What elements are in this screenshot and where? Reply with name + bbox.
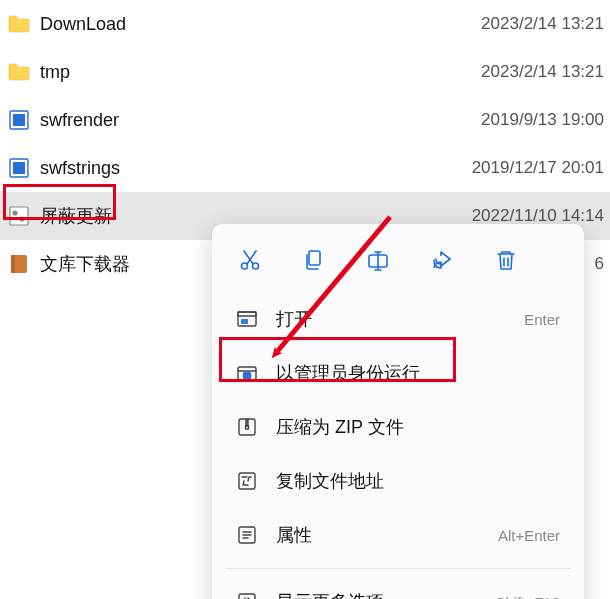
menu-item-label: 属性: [276, 523, 312, 547]
props-icon: [236, 524, 258, 546]
file-date-label: 2023/2/14 13:21: [481, 14, 610, 34]
menu-item-label: 压缩为 ZIP 文件: [276, 415, 404, 439]
context-toolbar: [218, 236, 578, 292]
menu-item-label: 复制文件地址: [276, 469, 384, 493]
svg-rect-1: [13, 114, 25, 126]
properties-menu-item[interactable]: 属性Alt+Enter: [218, 508, 578, 562]
svg-rect-4: [10, 207, 28, 225]
file-name-label: 文库下载器: [40, 252, 130, 276]
zip-icon: [236, 416, 258, 438]
copy-button[interactable]: [296, 242, 332, 278]
menu-item-accel: Enter: [524, 311, 560, 328]
svg-rect-15: [241, 319, 248, 324]
file-date-label: 2019/12/17 20:01: [472, 158, 610, 178]
show-more-options-label: 显示更多选项: [276, 590, 384, 599]
svg-rect-11: [309, 251, 320, 265]
file-name-label: DownLoad: [40, 14, 126, 35]
menu-item-label: 以管理员身份运行: [276, 361, 420, 385]
show-more-options-accel: Shift+F10: [495, 594, 560, 600]
file-date-label: 6: [595, 254, 610, 274]
file-row[interactable]: swfstrings2019/12/17 20:01: [0, 144, 610, 192]
svg-rect-18: [246, 426, 249, 429]
cut-icon: [238, 248, 262, 272]
open-icon: [236, 308, 258, 330]
svg-rect-19: [239, 473, 255, 489]
more-options-icon: [236, 591, 258, 599]
delete-icon: [494, 248, 518, 272]
share-icon: [430, 248, 454, 272]
file-row[interactable]: tmp2023/2/14 13:21: [0, 48, 610, 96]
menu-item-accel: Alt+Enter: [498, 527, 560, 544]
file-date-label: 2022/11/10 14:14: [472, 206, 610, 226]
context-menu: 打开Enter以管理员身份运行压缩为 ZIP 文件复制文件地址属性Alt+Ent…: [212, 224, 584, 599]
file-row[interactable]: DownLoad2023/2/14 13:21: [0, 0, 610, 48]
admin-icon: [236, 362, 258, 384]
folder-icon: [8, 13, 30, 35]
cut-button[interactable]: [232, 242, 268, 278]
copy-path-menu-item[interactable]: 复制文件地址: [218, 454, 578, 508]
file-name-label: 屏蔽更新: [40, 204, 112, 228]
rename-icon: [366, 248, 390, 272]
svg-point-6: [19, 216, 24, 221]
svg-point-5: [12, 210, 17, 215]
bat-icon: [8, 205, 30, 227]
file-name-label: swfrender: [40, 110, 119, 131]
file-name-label: tmp: [40, 62, 70, 83]
delete-button[interactable]: [488, 242, 524, 278]
svg-rect-14: [238, 312, 256, 316]
file-name-label: swfstrings: [40, 158, 120, 179]
show-more-options[interactable]: 显示更多选项 Shift+F10: [218, 575, 578, 599]
file-date-label: 2019/9/13 19:00: [481, 110, 610, 130]
run-as-admin-menu-item[interactable]: 以管理员身份运行: [218, 346, 578, 400]
file-date-label: 2023/2/14 13:21: [481, 62, 610, 82]
open-menu-item[interactable]: 打开Enter: [218, 292, 578, 346]
copy-icon: [302, 248, 326, 272]
book-icon: [8, 253, 30, 275]
compress-zip-menu-item[interactable]: 压缩为 ZIP 文件: [218, 400, 578, 454]
context-menu-separator: [226, 568, 570, 569]
menu-item-label: 打开: [276, 307, 312, 331]
folder-icon: [8, 61, 30, 83]
file-row[interactable]: swfrender2019/9/13 19:00: [0, 96, 610, 144]
svg-rect-8: [11, 255, 15, 273]
copypath-icon: [236, 470, 258, 492]
share-button[interactable]: [424, 242, 460, 278]
exe-icon: [8, 157, 30, 179]
rename-button[interactable]: [360, 242, 396, 278]
svg-rect-21: [239, 594, 255, 599]
svg-rect-3: [13, 162, 25, 174]
exe-icon: [8, 109, 30, 131]
